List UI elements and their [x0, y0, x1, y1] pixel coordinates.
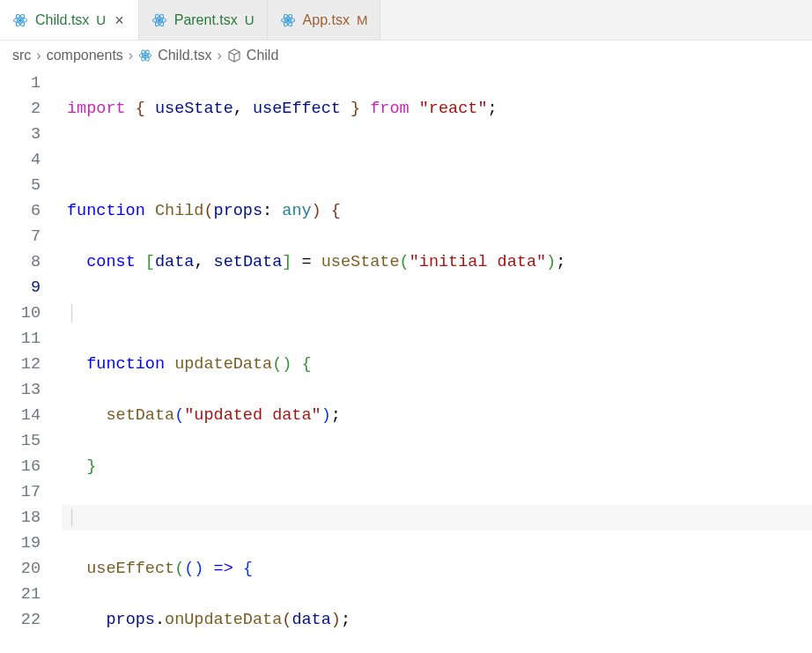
svg-point-12	[144, 55, 147, 57]
breadcrumb-seg[interactable]: src	[12, 48, 31, 63]
code-line: │	[62, 301, 812, 326]
react-icon	[12, 12, 28, 28]
tab-status: U	[96, 12, 106, 27]
symbol-icon	[227, 48, 241, 63]
svg-point-0	[19, 19, 22, 21]
chevron-right-icon: ›	[129, 48, 133, 63]
tab-label: Parent.tsx	[174, 12, 238, 28]
chevron-right-icon: ›	[218, 48, 222, 63]
chevron-right-icon: ›	[36, 48, 41, 63]
tab-parent[interactable]: Parent.tsx U	[139, 0, 268, 40]
line-gutter: 12345678910111213141516171819202122	[0, 70, 62, 653]
tab-label: Child.tsx	[35, 12, 89, 28]
code-line: │	[62, 505, 812, 531]
breadcrumb-seg[interactable]: Child	[247, 48, 278, 63]
code-editor[interactable]: 12345678910111213141516171819202122 impo…	[0, 70, 812, 653]
tab-app[interactable]: App.tsx M	[268, 0, 381, 40]
tab-bar: Child.tsx U × Parent.tsx U App.tsx M	[0, 0, 812, 41]
close-icon[interactable]: ×	[113, 12, 126, 28]
react-icon	[151, 12, 167, 28]
code-line: function Child(props: any) {	[62, 198, 812, 224]
svg-point-4	[158, 19, 160, 21]
code-content[interactable]: import { useState, useEffect } from "rea…	[62, 70, 812, 653]
code-line: import { useState, useEffect } from "rea…	[62, 96, 812, 122]
code-line: props.onUpdateData(data);	[62, 607, 812, 633]
code-line	[62, 147, 812, 173]
tab-child[interactable]: Child.tsx U ×	[0, 0, 139, 40]
breadcrumb[interactable]: src › components › Child.tsx › Child	[0, 41, 812, 70]
react-icon	[138, 48, 152, 63]
tab-status: M	[357, 12, 368, 27]
tab-label: App.tsx	[303, 12, 350, 28]
code-line: setData("updated data");	[62, 403, 812, 428]
breadcrumb-seg[interactable]: components	[47, 48, 123, 63]
breadcrumb-seg[interactable]: Child.tsx	[158, 48, 211, 63]
tab-status: U	[245, 12, 255, 27]
svg-point-8	[286, 19, 289, 21]
code-line: }	[62, 454, 812, 479]
code-line: useEffect(() => {	[62, 556, 812, 582]
react-icon	[280, 12, 296, 28]
code-line: function updateData() {	[62, 352, 812, 377]
code-line: const [data, setData] = useState("initia…	[62, 249, 812, 275]
